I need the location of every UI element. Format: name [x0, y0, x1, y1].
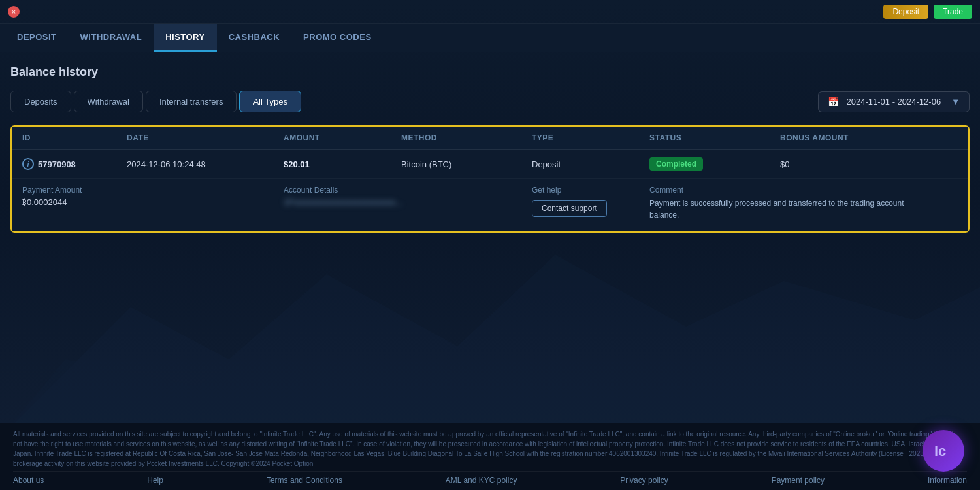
chevron-down-icon: ▼ — [951, 97, 960, 106]
transaction-date: 2024-12-06 10:24:48 — [127, 159, 206, 169]
deposit-button[interactable]: Deposit — [883, 5, 928, 19]
top-bar-right: Deposit Trade — [883, 5, 972, 19]
tab-cashback[interactable]: CASHBACK — [217, 24, 291, 52]
logo-badge[interactable]: lc — [923, 430, 964, 472]
get-help-label: Get help — [532, 186, 649, 195]
detail-payment-amount: Payment Amount ₿0.0002044 — [22, 186, 127, 207]
footer-legal: All materials and services provided on t… — [13, 429, 967, 472]
transaction-type: Deposit — [532, 159, 561, 169]
table-header: ID Date Amount Method Type Status Bonus … — [12, 127, 968, 150]
comment-text: Payment is successfully processed and tr… — [649, 197, 911, 221]
filter-deposits[interactable]: Deposits — [10, 91, 71, 112]
col-bonus: Bonus amount — [780, 133, 911, 142]
filter-withdrawal[interactable]: Withdrawal — [74, 91, 143, 112]
cell-amount: $20.01 — [284, 159, 401, 169]
transaction-amount: $20.01 — [284, 159, 310, 169]
filter-internal[interactable]: Internal transfers — [146, 91, 237, 112]
footer-link-payment[interactable]: Payment policy — [772, 476, 825, 485]
footer-link-about[interactable]: About us — [13, 476, 44, 485]
transaction-id: 57970908 — [38, 159, 76, 169]
page-content: Balance history Deposits Withdrawal Inte… — [0, 52, 980, 233]
footer-link-info[interactable]: Information — [928, 476, 967, 485]
tab-withdrawal[interactable]: WITHDRAWAL — [69, 24, 154, 52]
footer-link-privacy[interactable]: Privacy policy — [620, 476, 668, 485]
detail-help: Get help Contact support — [532, 186, 649, 217]
filter-bar: Deposits Withdrawal Internal transfers A… — [10, 91, 970, 112]
filter-all[interactable]: All Types — [239, 91, 301, 112]
close-button[interactable]: × — [8, 6, 20, 18]
date-range-value: 2024-11-01 - 2024-12-06 — [847, 97, 941, 106]
calendar-icon: 📅 — [828, 97, 839, 107]
tab-promo[interactable]: PROMO CODES — [291, 24, 383, 52]
payment-amount-label: Payment Amount — [22, 186, 127, 195]
footer-link-terms[interactable]: Terms and Conditions — [267, 476, 342, 485]
cell-type: Deposit — [532, 159, 649, 169]
date-range-picker[interactable]: 📅 2024-11-01 - 2024-12-06 ▼ — [818, 91, 970, 112]
top-bar-left: × — [8, 6, 20, 18]
col-date: Date — [127, 133, 284, 142]
col-amount: Amount — [284, 133, 401, 142]
top-bar: × Deposit Trade — [0, 0, 980, 24]
logo-icon: lc — [932, 439, 955, 463]
footer-link-aml[interactable]: AML and KYC policy — [446, 476, 517, 485]
payment-amount-value: ₿0.0002044 — [22, 197, 127, 207]
cell-id: i 57970908 — [22, 158, 127, 170]
nav-tabs: DEPOSIT WITHDRAWAL HISTORY CASHBACK PROM… — [0, 24, 980, 52]
trade-button[interactable]: Trade — [934, 5, 972, 19]
cell-date: 2024-12-06 10:24:48 — [127, 159, 284, 169]
svg-text:lc: lc — [934, 443, 946, 459]
col-method: Method — [401, 133, 532, 142]
cell-status: Completed — [649, 157, 780, 171]
col-status: Status — [649, 133, 780, 142]
tab-deposit[interactable]: DEPOSIT — [5, 24, 69, 52]
footer: All materials and services provided on t… — [0, 423, 980, 490]
cell-method: Bitcoin (BTC) — [401, 159, 532, 169]
col-type: Type — [532, 133, 649, 142]
info-icon[interactable]: i — [22, 158, 34, 170]
history-table: ID Date Amount Method Type Status Bonus … — [10, 125, 970, 233]
row-main: i 57970908 2024-12-06 10:24:48 $20.01 Bi… — [12, 150, 968, 179]
status-badge: Completed — [649, 157, 703, 171]
comment-label: Comment — [649, 186, 911, 195]
account-details-value: 1Fxxxxxxxxxxxxxxxxxxxxxxxx... — [284, 197, 401, 207]
bonus-amount: $0 — [780, 159, 789, 169]
contact-support-button[interactable]: Contact support — [532, 200, 607, 217]
page-title: Balance history — [10, 65, 970, 79]
account-details-label: Account Details — [284, 186, 401, 195]
cell-bonus: $0 — [780, 159, 911, 169]
row-detail: Payment Amount ₿0.0002044 Account Detail… — [12, 179, 968, 231]
footer-link-help[interactable]: Help — [147, 476, 163, 485]
tab-history[interactable]: HISTORY — [154, 24, 217, 52]
detail-comment: Comment Payment is successfully processe… — [649, 186, 911, 221]
col-id: ID — [22, 133, 127, 142]
detail-account: Account Details 1Fxxxxxxxxxxxxxxxxxxxxxx… — [284, 186, 401, 207]
footer-links: About us Help Terms and Conditions AML a… — [13, 476, 967, 490]
transaction-method: Bitcoin (BTC) — [401, 159, 451, 169]
table-row: i 57970908 2024-12-06 10:24:48 $20.01 Bi… — [12, 150, 968, 231]
